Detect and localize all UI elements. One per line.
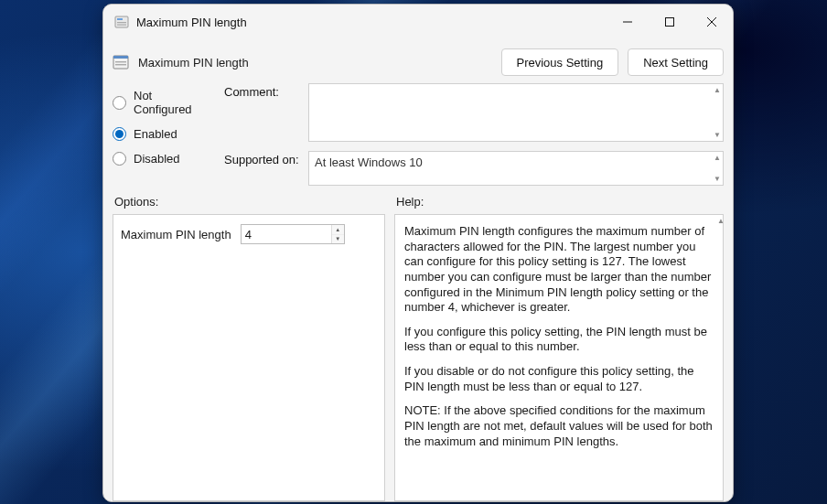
policy-editor-window: Maximum PIN length bbox=[102, 4, 734, 502]
supported-on-textbox: At least Windows 10 ▲ ▼ bbox=[308, 151, 724, 186]
help-panel[interactable]: Maximum PIN length configures the maximu… bbox=[394, 214, 724, 501]
app-icon bbox=[114, 15, 129, 29]
radio-label: Enabled bbox=[134, 127, 177, 141]
previous-setting-button[interactable]: Previous Setting bbox=[501, 48, 619, 76]
stepper-down[interactable]: ▼ bbox=[332, 235, 344, 244]
help-paragraph: Maximum PIN length configures the maximu… bbox=[404, 224, 714, 316]
config-row: Not Configured Enabled Disabled Comment:… bbox=[103, 80, 733, 191]
policy-icon bbox=[113, 54, 129, 70]
help-paragraph: If you configure this policy setting, th… bbox=[404, 325, 714, 355]
close-button[interactable] bbox=[691, 5, 733, 39]
radio-circle bbox=[113, 152, 126, 166]
subheader: Maximum PIN length Previous Setting Next… bbox=[103, 39, 733, 80]
options-label: Options: bbox=[113, 195, 385, 209]
svg-rect-3 bbox=[117, 25, 126, 26]
options-column: Options: Maximum PIN length 4 ▲ ▼ bbox=[113, 195, 385, 501]
options-panel: Maximum PIN length 4 ▲ ▼ bbox=[113, 214, 385, 501]
svg-rect-9 bbox=[113, 56, 128, 59]
radio-enabled[interactable]: Enabled bbox=[113, 127, 213, 141]
previous-setting-label: Previous Setting bbox=[517, 56, 604, 70]
comment-label: Comment: bbox=[224, 83, 299, 99]
help-paragraph: NOTE: If the above specified conditions … bbox=[404, 403, 714, 449]
scroll-up-icon[interactable]: ▲ bbox=[717, 217, 725, 225]
radio-label: Disabled bbox=[134, 152, 180, 166]
stepper-up[interactable]: ▲ bbox=[332, 225, 344, 235]
state-radio-group: Not Configured Enabled Disabled bbox=[113, 83, 213, 186]
radio-circle bbox=[113, 96, 126, 110]
policy-name: Maximum PIN length bbox=[138, 56, 249, 70]
radio-disabled[interactable]: Disabled bbox=[113, 152, 213, 166]
window-controls bbox=[607, 5, 733, 39]
pin-length-value[interactable]: 4 bbox=[242, 225, 331, 243]
maximize-button[interactable] bbox=[649, 5, 691, 39]
scroll-up-icon[interactable]: ▲ bbox=[714, 86, 721, 94]
option-field-label: Maximum PIN length bbox=[121, 228, 231, 241]
metadata-column: Comment: ▲ ▼ Supported on: At least Wind… bbox=[224, 83, 724, 186]
scroll-up-icon[interactable]: ▲ bbox=[714, 154, 721, 162]
lower-panels: Options: Maximum PIN length 4 ▲ ▼ bbox=[103, 191, 733, 501]
svg-rect-10 bbox=[115, 61, 126, 62]
next-setting-label: Next Setting bbox=[643, 56, 708, 70]
supported-on-value: At least Windows 10 bbox=[315, 155, 423, 169]
window-title: Maximum PIN length bbox=[136, 16, 247, 29]
help-label: Help: bbox=[394, 195, 724, 209]
minimize-button[interactable] bbox=[607, 5, 649, 39]
scroll-down-icon[interactable]: ▼ bbox=[714, 175, 721, 183]
svg-rect-5 bbox=[666, 18, 674, 27]
next-setting-button[interactable]: Next Setting bbox=[628, 48, 724, 76]
radio-not-configured[interactable]: Not Configured bbox=[113, 89, 213, 116]
help-column: Help: ▲ Maximum PIN length configures th… bbox=[394, 195, 724, 501]
help-paragraph: If you disable or do not configure this … bbox=[404, 364, 714, 394]
svg-rect-1 bbox=[117, 18, 123, 20]
comment-textbox[interactable]: ▲ ▼ bbox=[308, 83, 724, 142]
supported-on-label: Supported on: bbox=[224, 151, 299, 166]
radio-label: Not Configured bbox=[134, 89, 213, 116]
svg-rect-11 bbox=[115, 64, 126, 65]
desktop: Maximum PIN length bbox=[0, 0, 827, 504]
svg-rect-2 bbox=[117, 22, 126, 23]
pin-length-stepper[interactable]: 4 ▲ ▼ bbox=[241, 224, 345, 244]
radio-circle bbox=[113, 127, 126, 141]
scroll-down-icon[interactable]: ▼ bbox=[714, 131, 721, 139]
titlebar[interactable]: Maximum PIN length bbox=[103, 5, 733, 39]
